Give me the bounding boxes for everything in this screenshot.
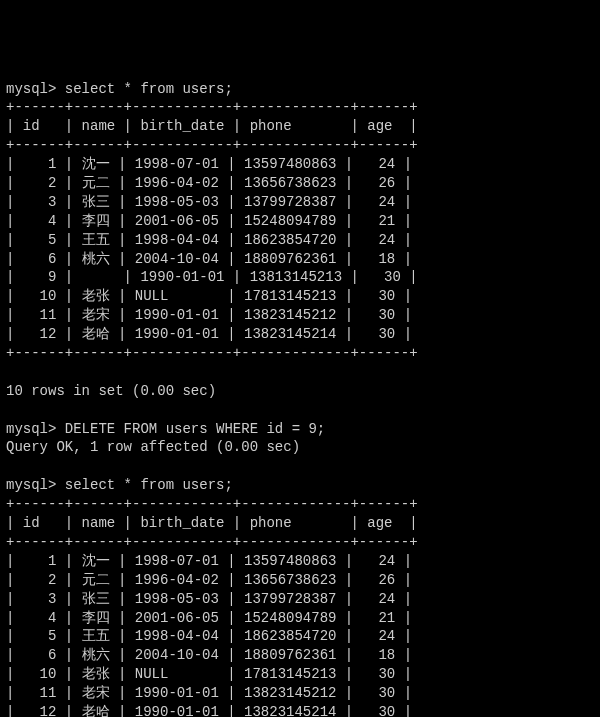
terminal-output: mysql> select * from users; +------+----… <box>6 80 594 717</box>
